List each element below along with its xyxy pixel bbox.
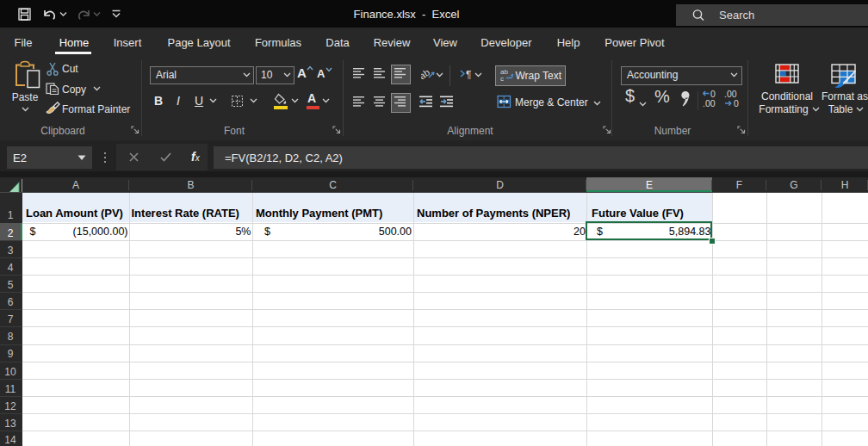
svg-text:0: 0 <box>734 98 739 108</box>
svg-text:.00: .00 <box>724 89 737 99</box>
svg-text:ab: ab <box>421 67 431 80</box>
svg-text:.00: .00 <box>703 98 716 108</box>
svg-text:¶: ¶ <box>466 69 471 80</box>
svg-text:0: 0 <box>710 89 716 99</box>
svg-text:c: c <box>500 75 504 81</box>
